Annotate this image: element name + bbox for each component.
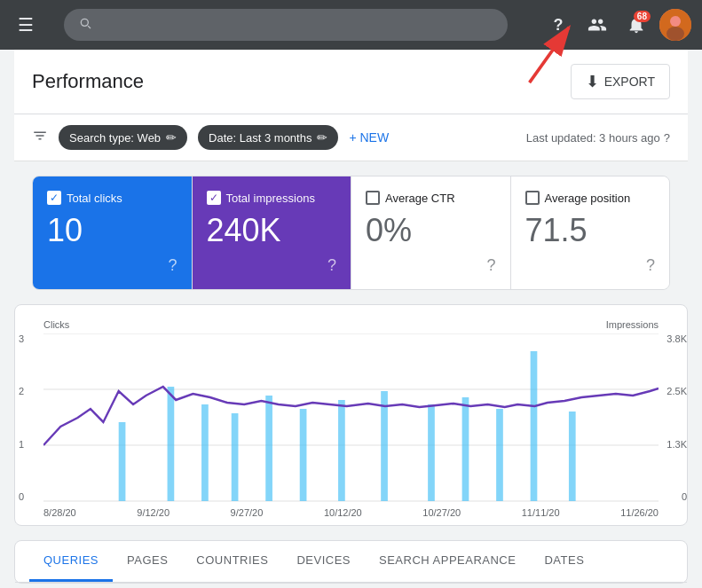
position-help-icon[interactable]: ? [646,256,655,275]
metric-impressions-header: ✓ Total impressions [207,191,337,205]
position-checkbox[interactable] [525,191,540,205]
notification-badge: 68 [634,11,651,22]
svg-rect-11 [201,404,209,501]
date-label: Date: Last 3 months [209,131,312,145]
tab-queries[interactable]: QUERIES [29,541,113,582]
tab-pages[interactable]: PAGES [113,541,182,582]
export-label: EXPORT [604,74,655,89]
filter-bar: Search type: Web ✏ Date: Last 3 months ✏… [14,114,688,161]
main-content: Performance ⬇ EXPORT Search type: Web ✏ … [0,50,702,588]
metric-ctr[interactable]: Average CTR 0% ? [351,176,510,289]
last-updated-text: Last updated: 3 hours ago [526,131,660,145]
help-icon-btn[interactable]: ? [542,9,574,41]
tabs-row: QUERIES PAGES COUNTRIES DEVICES SEARCH A… [15,541,687,583]
metrics-row: ✓ Total clicks 10 ? ✓ Total impressions … [32,176,670,290]
chart-svg [43,333,659,502]
search-type-filter[interactable]: Search type: Web ✏ [59,125,187,150]
svg-rect-15 [338,400,345,501]
hamburger-icon[interactable]: ☰ [11,7,41,43]
search-bar[interactable] [64,9,508,41]
nav-icons: ? 68 [542,9,691,41]
svg-rect-19 [496,409,503,501]
tab-dates[interactable]: DATES [530,541,598,582]
metric-position-header: Average position [525,191,656,205]
filter-icon[interactable] [32,128,48,148]
ctr-help-icon[interactable]: ? [486,256,495,275]
svg-rect-18 [462,397,469,501]
svg-rect-20 [531,351,538,501]
svg-point-1 [670,16,681,27]
svg-rect-12 [232,413,239,501]
svg-rect-10 [168,387,175,501]
y-axis-left: 3 2 1 0 [19,333,24,502]
export-icon: ⬇ [586,72,599,91]
export-button[interactable]: ⬇ EXPORT [571,64,670,99]
top-nav: ☰ ? 68 [0,0,702,50]
tabs-section: QUERIES PAGES COUNTRIES DEVICES SEARCH A… [14,540,688,584]
svg-rect-21 [569,412,576,501]
svg-rect-14 [300,409,307,501]
svg-rect-17 [428,404,435,501]
ctr-value: 0% [366,212,496,249]
chart-axis-labels: Clicks Impressions [43,319,659,330]
position-label: Average position [545,192,631,205]
search-type-label: Search type: Web [69,131,161,145]
date-filter[interactable]: Date: Last 3 months ✏ [198,125,338,150]
date-edit-icon: ✏ [317,130,327,145]
notifications-icon-btn[interactable]: 68 [620,9,652,41]
clicks-value: 10 [47,212,177,249]
impressions-label: Total impressions [226,192,315,205]
metric-ctr-header: Average CTR [366,191,496,205]
tab-search-appearance[interactable]: SEARCH APPEARANCE [365,541,530,582]
impressions-value: 240K [207,212,337,249]
ctr-checkbox[interactable] [366,191,380,205]
chart-right-label: Impressions [606,319,659,330]
x-axis: 8/28/20 9/12/20 9/27/20 10/12/20 10/27/2… [43,507,659,518]
impressions-checkbox[interactable]: ✓ [207,191,221,205]
metric-total-clicks[interactable]: ✓ Total clicks 10 ? [33,176,192,289]
search-type-edit-icon: ✏ [166,130,177,145]
tab-countries[interactable]: COUNTRIES [182,541,282,582]
clicks-checkbox[interactable]: ✓ [47,191,61,205]
svg-rect-16 [381,391,388,501]
performance-header: Performance ⬇ EXPORT [14,50,688,114]
position-value: 71.5 [525,212,656,249]
metric-clicks-header: ✓ Total clicks [47,191,177,205]
ctr-label: Average CTR [385,192,455,205]
chart-left-label: Clicks [43,319,69,330]
new-filter-button[interactable]: + NEW [349,130,389,145]
svg-rect-13 [265,396,272,501]
last-updated-help-icon[interactable]: ? [664,131,670,145]
impressions-help-icon[interactable]: ? [327,256,336,275]
search-icon [78,16,92,34]
y-axis-right: 3.8K 2.5K 1.3K 0 [667,333,687,502]
help-icon: ? [553,16,563,35]
metric-total-impressions[interactable]: ✓ Total impressions 240K ? [193,176,351,289]
page-title: Performance [32,70,144,93]
metric-position[interactable]: Average position 71.5 ? [511,176,670,289]
avatar[interactable] [659,9,691,41]
new-label: + NEW [349,130,389,145]
tab-devices[interactable]: DEVICES [282,541,365,582]
last-updated: Last updated: 3 hours ago ? [526,131,670,145]
clicks-label: Total clicks [67,192,122,205]
svg-point-2 [667,27,684,41]
account-icon-btn[interactable] [581,9,613,41]
svg-rect-9 [119,422,126,501]
clicks-help-icon[interactable]: ? [168,256,177,275]
